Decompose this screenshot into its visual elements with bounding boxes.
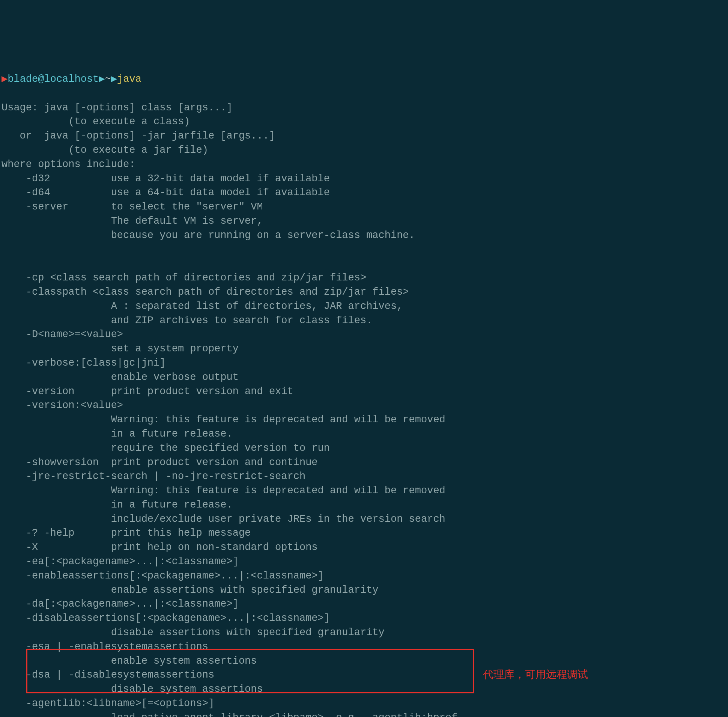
output-line: -classpath <class search path of directo… [2, 287, 409, 298]
output-line: -X print help on non-standard options [2, 542, 318, 553]
annotation-label: 代理库，可用远程调试 [483, 667, 588, 682]
output-line: -server to select the "server" VM [2, 201, 263, 212]
output-line: -ea[:<packagename>...|:<classname>] [2, 556, 239, 567]
output-line: in a future release. [2, 499, 233, 511]
output-line: The default VM is server, [2, 215, 263, 227]
output-line: -cp <class search path of directories an… [2, 272, 366, 284]
output-line: where options include: [2, 159, 135, 170]
output-line: -disableassertions[:<packagename>...|:<c… [2, 613, 330, 624]
prompt-line[interactable]: ▶ blade@localhost ▶ ~ ▶ java [2, 72, 726, 87]
prompt-path: ~ [105, 72, 111, 87]
output-line: enable system assertions [2, 656, 257, 667]
output-line: Warning: this feature is deprecated and … [2, 485, 445, 496]
output-line: A : separated list of directories, JAR a… [2, 301, 403, 312]
output-line: -version print product version and exit [2, 386, 294, 397]
output-line: disable assertions with specified granul… [2, 627, 385, 638]
output-line: because you are running on a server-clas… [2, 230, 415, 241]
output-line: -? -help print this help message [2, 528, 251, 539]
prompt-user-host: blade@localhost [8, 72, 99, 87]
output-line: -agentlib:<libname>[=<options>] [2, 698, 214, 709]
output-line: and ZIP archives to search for class fil… [2, 315, 372, 326]
terminal-output: Usage: java [-options] class [args...] (… [2, 101, 726, 717]
output-line: -dsa | -disablesystemassertions [2, 669, 214, 680]
prompt-separator-icon: ▶ [99, 72, 105, 87]
output-line: disable system assertions [2, 683, 263, 695]
output-line: Usage: java [-options] class [args...] [2, 102, 233, 113]
output-line: in a future release. [2, 428, 233, 439]
output-line: enable verbose output [2, 372, 239, 383]
output-line: or java [-options] -jar jarfile [args...… [2, 130, 275, 142]
output-line: (to execute a jar file) [2, 145, 208, 156]
output-line: -showversion print product version and c… [2, 457, 318, 468]
terminal-container: ▶ blade@localhost ▶ ~ ▶ java Usage: java… [2, 58, 726, 717]
output-line: -jre-restrict-search | -no-jre-restrict-… [2, 471, 305, 482]
output-line: Warning: this feature is deprecated and … [2, 414, 445, 425]
output-line: set a system property [2, 343, 239, 354]
output-line: -d32 use a 32-bit data model if availabl… [2, 173, 330, 184]
output-line: -version:<value> [2, 400, 123, 411]
prompt-end-icon: ▶ [111, 72, 117, 87]
output-line: enable assertions with specified granula… [2, 584, 379, 596]
output-line: include/exclude user private JREs in the… [2, 514, 445, 525]
output-line: -da[:<packagename>...|:<classname>] [2, 598, 239, 610]
output-line: -d64 use a 64-bit data model if availabl… [2, 187, 330, 198]
output-line: -D<name>=<value> [2, 329, 123, 340]
output-line: load native agent library <libname>, e.g… [2, 712, 457, 717]
output-line: -verbose:[class|gc|jni] [2, 357, 166, 369]
prompt-command: java [117, 72, 142, 87]
output-line: (to execute a class) [2, 116, 190, 127]
output-line: -esa | -enablesystemassertions [2, 641, 208, 653]
prompt-arrow-icon: ▶ [2, 72, 8, 87]
output-line: require the specified version to run [2, 442, 330, 454]
output-line: -enableassertions[:<packagename>...|:<cl… [2, 570, 324, 581]
